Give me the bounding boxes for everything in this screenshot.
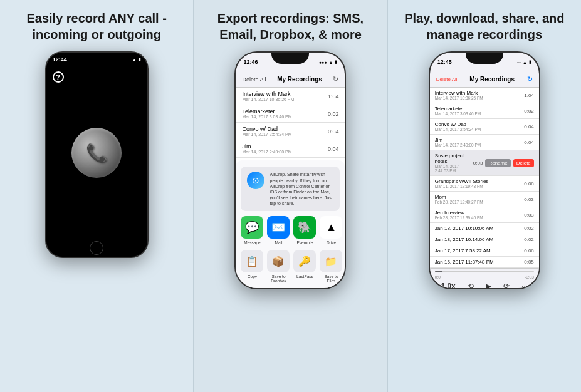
delete-button[interactable]: Delete: [513, 159, 534, 167]
share-sheet: ⊙ AirDrop. Share instantly with people n…: [236, 160, 345, 288]
message-label: Message: [244, 240, 260, 245]
right-item-8[interactable]: Jen InterviewFeb 28, 2017 12:39:46 PM 0:…: [430, 207, 539, 223]
record-button[interactable]: 📞: [71, 128, 122, 178]
wifi-icon-right: ▲: [523, 60, 527, 64]
airdrop-icon: ⊙: [247, 172, 264, 189]
phone-right: 12:45 ··· ▲ ▮ Delete All My Recordings ↻…: [429, 51, 540, 289]
phone-middle: 12:46 ●●● ▲ ▮ Delete All My Recordings ↻…: [234, 51, 346, 289]
recording-item-3[interactable]: Convo w/ DadMar 14, 2017 2:54:24 PM 0:04: [236, 123, 345, 140]
evernote-label: Evernote: [296, 240, 313, 245]
share-action-copy[interactable]: 📋 Copy: [241, 250, 263, 283]
rename-button[interactable]: Rename: [485, 159, 510, 167]
copy-icon: 📋: [241, 250, 263, 272]
right-item-2[interactable]: TelemarketerMar 14, 2017 3:03:46 PM 0:02: [430, 103, 539, 119]
notch-right: [466, 53, 503, 64]
speed-button[interactable]: 1.0x: [441, 282, 455, 289]
panel-middle-title: Export recordings: SMS, Email, Dropbox, …: [200, 10, 380, 43]
mail-label: Mail: [275, 240, 283, 245]
share-action-dropbox[interactable]: 📦 Save to Dropbox: [267, 250, 290, 283]
action-row: 0:03 Rename Delete: [473, 159, 534, 167]
right-item-10[interactable]: Jan 18, 2017 10:14:06 AM 0:02: [430, 234, 539, 245]
recording-item-2[interactable]: TelemarketerMar 14, 2017 3:03:46 PM 0:02: [236, 105, 345, 123]
progress-remaining: -0:03: [525, 275, 534, 279]
recordings-title-right: My Recordings: [469, 76, 515, 83]
help-button[interactable]: ?: [53, 71, 64, 83]
recording-item-1[interactable]: Interview with MarkMar 14, 2017 10:36:26…: [236, 88, 345, 105]
status-bar-left: 12:44 ▲ ▮: [46, 53, 147, 66]
right-item-6[interactable]: Grandpa's WWII StoriesMar 11, 2017 12:19…: [430, 176, 539, 192]
drive-label: Drive: [327, 240, 336, 245]
panel-right-title: Play, download, share, and manage record…: [394, 10, 575, 43]
right-item-9[interactable]: Jan 18, 2017 10:10:06 AM 0:02: [430, 223, 539, 234]
refresh-icon-right[interactable]: ↻: [527, 75, 533, 83]
airdrop-text: AirDrop. Share instantly with people nea…: [270, 172, 333, 206]
drive-icon: ▲: [320, 216, 342, 239]
share-app-drive[interactable]: ▲ Drive: [320, 216, 342, 245]
files-icon: 📁: [320, 250, 342, 272]
right-item-3[interactable]: Convo w/ DadMar 14, 2017 2:54:24 PM 0:04: [430, 119, 539, 135]
signal-icon-right: ···: [517, 60, 521, 64]
right-item-1[interactable]: Interview with MarkMar 14, 2017 10:36:26…: [430, 88, 539, 103]
status-icons-left: ▲ ▮: [132, 57, 141, 62]
files-label: Save to Files: [320, 274, 342, 283]
dropbox-label: Save to Dropbox: [267, 274, 290, 283]
mail-icon: ✉️: [267, 216, 290, 239]
right-item-11[interactable]: Jan 17, 2017 7:58:22 AM 0:06: [430, 245, 539, 257]
message-icon: 💬: [241, 216, 263, 239]
right-item-4[interactable]: JimMar 14, 2017 2:49:00 PM 0:04: [430, 135, 539, 150]
wifi-icon: ▲: [132, 58, 137, 62]
progress-labels: 0:0 -0:03: [435, 275, 534, 279]
lastpass-label: LastPass: [296, 274, 313, 279]
player-controls: 1.0x ⟲ ▶ ⟳ ···: [435, 282, 534, 289]
player-bar: 0:0 -0:03 1.0x ⟲ ▶ ⟳ ···: [430, 268, 539, 289]
lastpass-icon: 🔑: [293, 250, 316, 272]
share-app-mail[interactable]: ✉️ Mail: [267, 216, 290, 245]
home-button[interactable]: [90, 241, 103, 255]
more-button[interactable]: ···: [521, 282, 528, 289]
share-apps-row: 💬 Message ✉️ Mail 🐘 Evernote ▲ Drive: [241, 216, 340, 245]
delete-all-middle[interactable]: Delete All: [242, 76, 266, 83]
rewind-button[interactable]: ⟲: [468, 282, 474, 289]
refresh-icon-middle[interactable]: ↻: [333, 75, 338, 83]
evernote-icon: 🐘: [293, 216, 316, 239]
battery-icon-right: ▮: [529, 59, 531, 64]
signal-icon: ●●●: [319, 60, 327, 64]
share-actions-row: 📋 Copy 📦 Save to Dropbox 🔑 LastPass 📁 Sa…: [241, 250, 340, 283]
progress-track[interactable]: [435, 271, 534, 272]
recordings-list-middle: Delete All My Recordings ↻ Interview wit…: [236, 71, 345, 288]
time-right: 12:45: [437, 59, 452, 65]
notch-middle: [271, 53, 309, 64]
right-item-5[interactable]: Susie project notesMar 14, 2017 2:47:53 …: [430, 150, 539, 176]
right-item-7[interactable]: MomFeb 28, 2017 12:40:27 PM 0:03: [430, 192, 539, 207]
time-middle: 12:46: [243, 59, 258, 65]
panel-middle: Export recordings: SMS, Email, Dropbox, …: [193, 0, 387, 392]
play-button[interactable]: ▶: [486, 282, 491, 289]
recordings-header-middle: Delete All My Recordings ↻: [236, 71, 345, 88]
screen-left: ? 📞: [46, 66, 147, 239]
share-app-evernote[interactable]: 🐘 Evernote: [293, 216, 316, 245]
status-bar-middle: 12:46 ●●● ▲ ▮: [236, 53, 345, 71]
phone-icon: 📞: [86, 143, 108, 163]
panel-left: Easily record ANY call - incoming or out…: [0, 0, 193, 392]
delete-all-right[interactable]: Delete All: [436, 76, 458, 82]
duration-5: 0:03: [473, 160, 483, 166]
phone-left: 12:44 ▲ ▮ ? 📞: [45, 51, 149, 258]
share-action-files[interactable]: 📁 Save to Files: [320, 250, 342, 283]
panel-right: Play, download, share, and manage record…: [388, 0, 581, 392]
right-item-12[interactable]: Jan 16, 2017 11:37:48 PM 0:05: [430, 257, 539, 268]
time-left: 12:44: [53, 56, 67, 63]
wifi-icon-middle: ▲: [329, 60, 333, 64]
battery-icon-middle: ▮: [335, 59, 337, 64]
recordings-header-right: Delete All My Recordings ↻: [430, 71, 539, 88]
status-bar-right: 12:45 ··· ▲ ▮: [430, 53, 539, 71]
forward-button[interactable]: ⟳: [503, 282, 510, 289]
dropbox-icon: 📦: [267, 250, 290, 272]
airdrop-section: ⊙ AirDrop. Share instantly with people n…: [241, 167, 340, 211]
home-bar: [46, 239, 147, 257]
recording-item-4[interactable]: JimMar 14, 2017 2:49:00 PM 0:04: [236, 140, 345, 158]
panel-left-title: Easily record ANY call - incoming or out…: [6, 10, 187, 43]
share-action-lastpass[interactable]: 🔑 LastPass: [293, 250, 316, 283]
share-app-message[interactable]: 💬 Message: [241, 216, 263, 245]
status-right-middle: ●●● ▲ ▮: [319, 59, 338, 64]
copy-label: Copy: [248, 274, 257, 279]
